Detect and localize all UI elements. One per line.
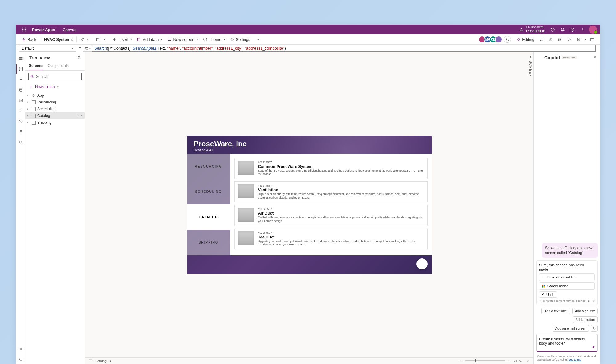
status-selection[interactable]: Catalog	[95, 359, 107, 363]
product-sku: #55354567	[258, 231, 424, 234]
tree-item-shipping[interactable]: › Shipping	[25, 119, 85, 126]
presence-stack[interactable]: MP CB +3	[480, 36, 511, 43]
save-button[interactable]	[574, 35, 583, 44]
presence-more[interactable]: +3	[504, 36, 511, 43]
expand-icon[interactable]: ›	[27, 94, 30, 97]
svg-rect-20	[591, 38, 594, 41]
equals-label: =	[77, 46, 83, 51]
notifications-icon[interactable]	[557, 25, 567, 34]
feedback-icon[interactable]	[548, 25, 557, 34]
insert-button[interactable]: ＋ Insert ▾	[110, 35, 135, 44]
copilot-suggestion[interactable]: Add a text label	[541, 308, 570, 314]
fit-to-window[interactable]: ⤢	[527, 359, 530, 363]
tree-item-label: Shipping	[37, 120, 52, 125]
app-subtitle: Heating & Air	[194, 148, 425, 152]
close-icon[interactable]: ✕	[77, 55, 81, 60]
paste-split[interactable]: ▾	[102, 35, 107, 44]
formula-input[interactable]: Search([@Contacts], SearchInput1.Text, "…	[92, 45, 596, 52]
app-nav-resourcing[interactable]: RESOURCING	[187, 154, 230, 179]
refresh-suggestions[interactable]: ↻	[591, 325, 598, 332]
user-avatar[interactable]	[589, 26, 597, 34]
close-icon[interactable]: ✕	[593, 55, 597, 60]
svg-point-17	[205, 38, 205, 39]
copilot-suggestion[interactable]: Add a button	[573, 316, 598, 323]
overflow-button[interactable]: ⋯	[253, 35, 262, 44]
tree-item-resourcing[interactable]: › Resourcing	[25, 99, 85, 106]
paste-button[interactable]	[93, 35, 102, 44]
fx-label[interactable]: fx▾	[83, 45, 92, 52]
tree-item-app[interactable]: › App	[25, 92, 85, 99]
rail-data[interactable]	[16, 85, 25, 95]
back-button[interactable]: Back	[19, 35, 39, 44]
catalog-card[interactable]: #55354567 Tee Duct Upgrade your ventilat…	[234, 229, 428, 249]
change-chip[interactable]: New screen added	[539, 273, 595, 281]
zoom-out[interactable]: −	[460, 358, 463, 363]
back-label: Back	[27, 37, 36, 42]
copilot-input[interactable]: Create a screen with header body and foo…	[536, 334, 598, 352]
product-sku: #01234567	[258, 161, 424, 164]
zoom-in[interactable]: +	[508, 358, 510, 363]
rail-tests[interactable]	[16, 127, 25, 136]
rail-media[interactable]	[16, 96, 25, 105]
treeview-search-input[interactable]	[28, 73, 82, 80]
product-description: Crafted with precision, our air ducts en…	[258, 216, 424, 223]
see-terms-link[interactable]: See terms	[569, 358, 581, 361]
rail-settings[interactable]	[16, 344, 25, 354]
edit-mode-button[interactable]: ▾	[78, 35, 91, 44]
copilot-fab[interactable]	[416, 258, 428, 269]
rail-insert[interactable]: ＋	[16, 75, 25, 84]
rail-hamburger[interactable]	[16, 54, 25, 63]
expand-icon[interactable]: ›	[27, 121, 30, 124]
copilot-suggestion[interactable]: Add a gallery	[572, 308, 598, 314]
rail-flows[interactable]	[16, 106, 25, 115]
settings-button[interactable]: Settings	[228, 35, 253, 44]
treeview-new-screen[interactable]: ＋ New screen ▾	[25, 83, 85, 92]
expand-icon[interactable]: ›	[27, 101, 30, 104]
expand-icon[interactable]: ›	[27, 107, 30, 111]
collapse-right-panel[interactable]: ‹	[528, 54, 533, 59]
publish-button[interactable]	[588, 35, 597, 44]
app-nav-shipping[interactable]: SHIPPING	[187, 230, 230, 255]
catalog-card[interactable]: #61274567 Ventilation High indoor air qu…	[234, 181, 428, 202]
rail-variables[interactable]: (x)	[16, 117, 25, 126]
catalog-card[interactable]: #01234567 Common ProseWare System State-…	[234, 158, 428, 179]
zoom-slider[interactable]	[465, 360, 505, 361]
rail-virtual-agent[interactable]	[16, 355, 25, 364]
app-preview[interactable]: ProseWare, Inc Heating & Air RESOURCINGS…	[187, 136, 432, 274]
app-nav-catalog[interactable]: CATALOG	[187, 204, 230, 230]
thumbs-up-icon[interactable]: 👍︎	[587, 299, 590, 302]
tab-screens[interactable]: Screens	[29, 62, 43, 70]
save-split[interactable]: ▾	[583, 35, 588, 44]
expand-icon[interactable]: ›	[27, 114, 30, 117]
svg-rect-31	[34, 96, 35, 97]
help-icon[interactable]	[577, 25, 587, 34]
share-button[interactable]	[546, 35, 555, 44]
catalog-card[interactable]: #51235567 Air Duct Crafted with precisio…	[234, 205, 428, 226]
thumbs-down-icon[interactable]: 👎︎	[592, 299, 595, 302]
rail-search[interactable]	[16, 138, 25, 147]
comment-button[interactable]	[537, 35, 546, 44]
more-icon[interactable]: ⋯	[78, 114, 82, 118]
theme-button[interactable]: Theme ▾	[201, 35, 227, 44]
tree-item-scheduling[interactable]: › Scheduling	[25, 106, 85, 112]
add-data-button[interactable]: Add data ▾	[134, 35, 165, 44]
app-name[interactable]: Power Apps	[32, 27, 55, 32]
send-icon[interactable]: ➤	[592, 344, 595, 349]
product-thumbnail	[238, 208, 254, 222]
tree-item-catalog[interactable]: › Catalog ⋯	[25, 112, 85, 119]
settings-icon[interactable]	[567, 25, 577, 34]
copilot-suggestion[interactable]: Add an email screen	[553, 325, 589, 332]
editing-indicator[interactable]: Editing	[514, 35, 537, 44]
app-company-title: ProseWare, Inc	[194, 140, 425, 148]
new-screen-button[interactable]: New screen ▾	[165, 35, 201, 44]
checker-button[interactable]	[555, 35, 565, 44]
tab-components[interactable]: Components	[48, 62, 69, 70]
preview-button[interactable]	[565, 35, 574, 44]
change-chip[interactable]: Gallery added	[539, 282, 595, 290]
app-launcher-icon[interactable]	[19, 25, 29, 34]
rail-treeview[interactable]	[16, 64, 25, 74]
environment-picker[interactable]: Environment Production	[519, 26, 545, 33]
app-nav-scheduling[interactable]: SCHEDULING	[187, 179, 230, 204]
property-dropdown[interactable]: Default ▾	[19, 45, 76, 52]
undo-chip[interactable]: ↶ Undo	[539, 291, 557, 298]
